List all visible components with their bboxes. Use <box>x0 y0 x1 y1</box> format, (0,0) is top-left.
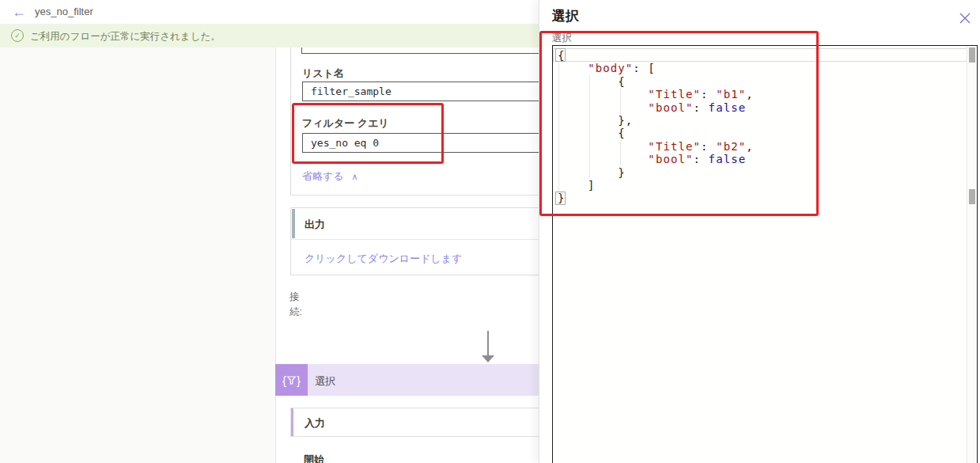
start-label: 開始 <box>304 453 324 463</box>
collapse-link[interactable]: 省略する∧ <box>302 169 358 184</box>
filter-query-input[interactable] <box>302 133 540 153</box>
data-operation-select-icon[interactable]: {} <box>275 364 308 396</box>
list-name-input[interactable] <box>302 82 540 101</box>
flow-run-canvas: リスト名 フィルター クエリ 省略する∧ 出力 クリックしてダウンロードします … <box>0 47 539 463</box>
panel-field-label: 選択 <box>552 32 572 45</box>
close-icon[interactable] <box>959 12 971 25</box>
input-section-label: 入力 <box>305 416 325 431</box>
chevron-up-icon: ∧ <box>352 172 358 181</box>
output-card: 出力 クリックしてダウンロードします <box>290 207 540 275</box>
code-line: } <box>558 166 754 179</box>
success-banner-text: ご利用のフローが正常に実行されました。 <box>30 30 221 44</box>
output-accent-bar <box>292 209 295 238</box>
flow-title: yes_no_filter <box>35 6 93 17</box>
editor-scrollbar-thumb[interactable] <box>969 47 975 63</box>
code-line: ] <box>558 179 754 192</box>
code-line: { <box>558 127 754 139</box>
code-line: "Title": "b1", <box>558 88 754 101</box>
action-details-card: リスト名 フィルター クエリ 省略する∧ <box>290 47 541 195</box>
code-line: "Title": "b2", <box>558 140 754 153</box>
panel-title: 選択 <box>552 7 579 25</box>
code-line: "body": [ <box>558 62 754 74</box>
code-line: }, <box>558 114 754 127</box>
back-arrow-icon[interactable]: ← <box>12 2 26 21</box>
connector-arrow-stem <box>487 331 489 355</box>
connector-arrow-head <box>482 355 494 362</box>
editor-scrollbar-thumb[interactable] <box>969 189 975 204</box>
check-circle-icon: ✓ <box>11 29 24 42</box>
code-line: "bool": false <box>558 153 754 165</box>
select-detail-panel: 選択 選択 { "body": [ { "Title": "b1", "bool… <box>539 0 980 463</box>
select-card-header[interactable]: {} 選択 <box>275 364 540 396</box>
code-line: "bool": false <box>558 101 754 114</box>
input-accent-bar <box>291 408 293 436</box>
top-bar: ← yes_no_filter <box>0 0 539 24</box>
list-name-label: リスト名 <box>302 66 344 81</box>
json-code-editor[interactable]: { "body": [ { "Title": "b1", "bool": fal… <box>552 45 978 463</box>
collapse-link-label: 省略する <box>302 170 344 182</box>
select-card-title: 選択 <box>315 374 335 389</box>
connection-label: 接続: <box>289 290 304 320</box>
select-action-card: {} 選択 入力 開始 <box>275 364 540 463</box>
code-line: } <box>558 192 754 204</box>
output-card-header[interactable]: 出力 <box>291 208 539 240</box>
json-code-content: { "body": [ { "Title": "b1", "bool": fal… <box>558 49 754 205</box>
editor-scrollbar-track[interactable] <box>967 46 977 463</box>
input-section-row[interactable]: 入力 <box>290 408 539 437</box>
app-window: ← yes_no_filter ✓ ご利用のフローが正常に実行されました。 リス… <box>0 0 980 463</box>
download-link[interactable]: クリックしてダウンロードします <box>305 252 462 266</box>
filter-query-label: フィルター クエリ <box>302 116 389 131</box>
code-line: { <box>558 49 754 62</box>
code-line: { <box>558 75 754 88</box>
output-title: 出力 <box>305 218 325 232</box>
success-banner: ✓ ご利用のフローが正常に実行されました。 <box>0 24 539 47</box>
